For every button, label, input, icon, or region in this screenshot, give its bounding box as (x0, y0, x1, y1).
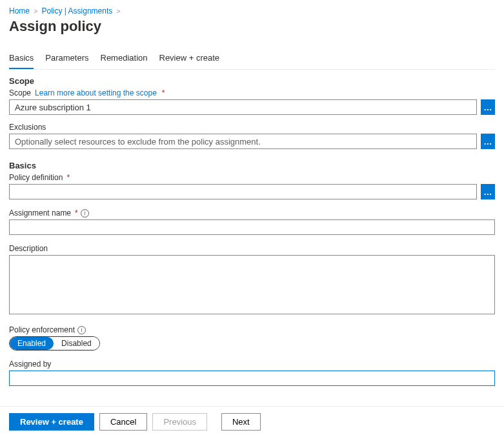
tab-basics[interactable]: Basics (9, 53, 34, 69)
tab-remediation[interactable]: Remediation (101, 53, 148, 69)
exclusions-label: Exclusions (9, 123, 46, 132)
page-title: Assign policy (9, 18, 495, 35)
required-indicator: * (162, 88, 165, 97)
required-indicator: * (75, 208, 78, 218)
breadcrumb-home[interactable]: Home (9, 6, 30, 15)
policy-enforcement-label: Policy enforcement (9, 325, 75, 334)
next-button[interactable]: Next (221, 413, 261, 431)
scope-label: Scope (9, 88, 31, 97)
bottom-action-bar: Review + create Cancel Previous Next (0, 406, 504, 437)
info-icon[interactable]: i (81, 209, 89, 218)
policy-definition-picker-button[interactable]: … (481, 184, 495, 199)
policy-definition-input[interactable] (9, 184, 477, 199)
tab-bar: Basics Parameters Remediation Review + c… (9, 53, 495, 70)
previous-button: Previous (152, 413, 207, 431)
assignment-name-label: Assignment name (9, 208, 71, 218)
enforcement-enabled[interactable]: Enabled (10, 337, 54, 350)
basics-header: Basics (9, 161, 495, 170)
assigned-by-input[interactable] (9, 371, 495, 386)
chevron-right-icon: > (34, 7, 37, 15)
exclusions-input[interactable] (9, 134, 477, 149)
tab-parameters[interactable]: Parameters (45, 53, 88, 69)
basics-section: Basics Policy definition * … Assignment … (9, 161, 495, 386)
info-icon[interactable]: i (77, 326, 86, 334)
chevron-right-icon: > (116, 7, 120, 15)
review-create-button[interactable]: Review + create (9, 413, 94, 431)
exclusions-picker-button[interactable]: … (481, 134, 495, 149)
assignment-name-input[interactable] (9, 219, 495, 235)
breadcrumb-policy[interactable]: Policy | Assignments (41, 6, 112, 15)
breadcrumb: Home > Policy | Assignments > (9, 6, 495, 15)
cancel-button[interactable]: Cancel (99, 413, 147, 431)
scope-picker-button[interactable]: … (481, 99, 495, 115)
description-label: Description (9, 244, 48, 253)
description-textarea[interactable] (9, 255, 495, 314)
scope-header: Scope (9, 76, 495, 86)
policy-definition-label: Policy definition (9, 173, 63, 182)
tab-review[interactable]: Review + create (159, 53, 220, 69)
required-indicator: * (66, 173, 70, 182)
learn-scope-link[interactable]: Learn more about setting the scope (35, 88, 157, 97)
scope-section: Scope Scope Learn more about setting the… (9, 76, 495, 149)
assigned-by-label: Assigned by (9, 360, 51, 369)
scope-input[interactable] (9, 99, 477, 115)
enforcement-disabled[interactable]: Disabled (54, 337, 99, 350)
enforcement-toggle: Enabled Disabled (9, 336, 100, 351)
